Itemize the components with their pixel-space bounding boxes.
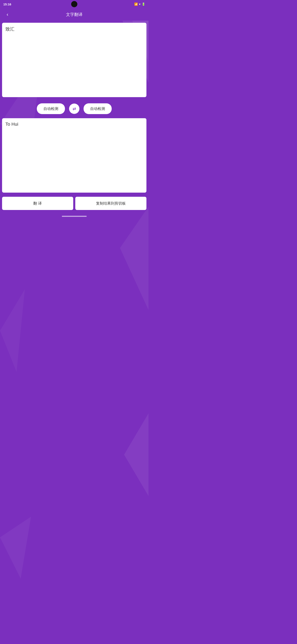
language-selector-row: 自动检测 ⇄ 自动检测: [0, 99, 149, 118]
translate-button[interactable]: 翻 译: [2, 197, 73, 210]
status-bar: 15:16 📶 ▾ 🔋: [0, 0, 149, 8]
wifi-icon: ▾: [139, 2, 140, 6]
camera-pill: [71, 1, 77, 7]
output-area: To Hui: [2, 118, 146, 192]
signal-icon: 📶: [134, 2, 138, 6]
battery-icon: 🔋: [142, 2, 145, 6]
source-language-button[interactable]: 自动检测: [37, 103, 65, 114]
status-time: 15:16: [3, 2, 11, 6]
app-bar: ‹ 文字翻译: [0, 8, 149, 21]
back-icon: ‹: [7, 12, 8, 17]
svg-marker-4: [0, 289, 25, 322]
home-indicator: [62, 216, 87, 217]
source-text-input[interactable]: [5, 26, 143, 92]
back-button[interactable]: ‹: [3, 10, 12, 18]
translated-text: To Hui: [5, 122, 143, 188]
bottom-action-row: 翻 译 复制结果到剪切板: [0, 195, 149, 214]
input-area[interactable]: [2, 23, 146, 97]
target-language-button[interactable]: 自动检测: [84, 103, 112, 114]
swap-languages-button[interactable]: ⇄: [69, 104, 79, 114]
status-icons: 📶 ▾ 🔋: [134, 2, 145, 6]
svg-marker-3: [120, 207, 149, 310]
app-title: 文字翻译: [66, 12, 83, 17]
copy-result-button[interactable]: 复制结果到剪切板: [75, 197, 146, 210]
swap-icon: ⇄: [73, 106, 76, 111]
camera-pill-container: [71, 1, 77, 7]
